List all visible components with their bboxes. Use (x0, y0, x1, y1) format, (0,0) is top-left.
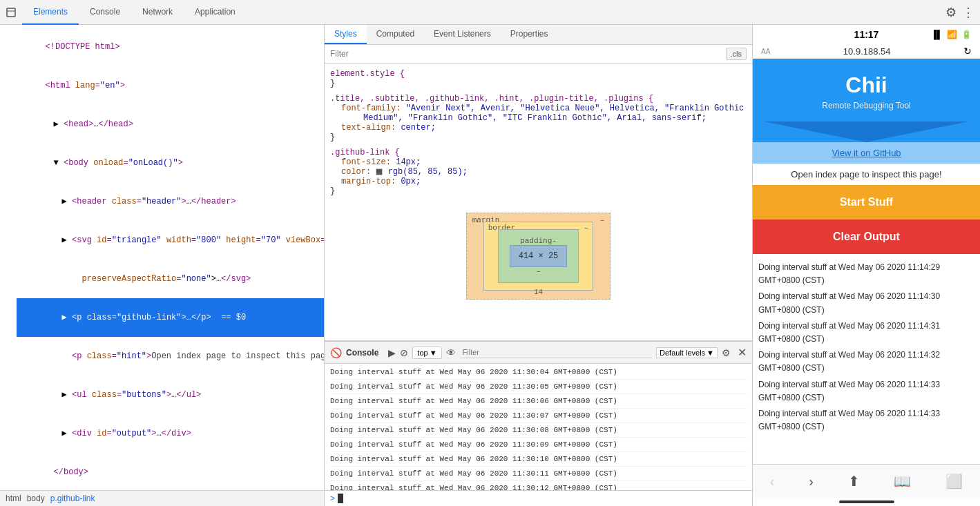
dom-line-div[interactable]: ▶ <div id="output">…</div> (17, 414, 324, 453)
css-prop-color: color: (341, 167, 376, 177)
dom-line-html[interactable]: <html lang="en"> (0, 66, 324, 105)
phone-status-bar: 11:17 ▐▌ 📶 🔋 (753, 25, 980, 44)
status-ip: 10.9.188.54 (843, 46, 891, 57)
margin-box: margin – border – padding- 414 × 25 (466, 213, 611, 300)
css-brace2: } (330, 133, 335, 142)
console-title: Console (346, 348, 378, 358)
dom-line-hint[interactable]: <p class="hint">Open index page to inspe… (17, 337, 324, 376)
dom-panel: <!DOCTYPE html> <html lang="en"> ▶ <head… (0, 25, 325, 506)
status-label-aa: AA (761, 48, 770, 55)
chii-triangle-svg (764, 121, 969, 142)
css-block-github: .github-link { font-size: 14px; color: r… (330, 148, 747, 196)
tab-console[interactable]: Console (79, 0, 131, 25)
breadcrumb-p[interactable]: p.github-link (50, 494, 95, 503)
console-line: Doing interval stuff at Wed May 06 2020 … (330, 394, 747, 409)
nav-forward-button[interactable]: › (800, 471, 822, 492)
styles-tabs: Styles Computed Event Listeners Properti… (325, 25, 752, 45)
console-input-line: > (325, 490, 752, 506)
reload-icon[interactable]: ↻ (963, 46, 972, 57)
svg-collapse: ▶ <svg id="triangle" width="800" height=… (62, 235, 324, 245)
margin-bottom-val: 14 (534, 288, 543, 296)
css-val-font: "Avenir Next", Avenir, "Helvetica Neue",… (406, 104, 744, 113)
tab-styles[interactable]: Styles (325, 25, 367, 44)
tab-properties[interactable]: Properties (501, 25, 558, 44)
dom-line-head[interactable]: ▶ <head>…</head> (8, 105, 324, 144)
phone-log-line: Doing interval stuff at Wed May 06 2020 … (758, 318, 974, 347)
cls-button[interactable]: .cls (726, 48, 747, 60)
dom-line-doctype[interactable]: <!DOCTYPE html> (0, 28, 324, 66)
breadcrumb-body[interactable]: body (27, 494, 45, 503)
nav-tabs-button[interactable]: ⬜ (937, 470, 971, 492)
tab-elements[interactable]: Elements (22, 0, 79, 25)
phone-log-line: Doing interval stuff at Wed May 06 2020 … (758, 377, 974, 406)
console-block-icon[interactable]: ⊘ (400, 347, 408, 358)
body-close: </body> (54, 467, 88, 477)
border-top-val: – (584, 224, 589, 232)
console-eye-icon[interactable]: 👁 (446, 347, 456, 358)
phone-log-line: Doing interval stuff at Wed May 06 2020 … (758, 347, 974, 376)
context-arrow: ▼ (430, 349, 437, 357)
nav-share-button[interactable]: ⬆ (840, 470, 868, 492)
dom-line-body[interactable]: ▼ <body onload="onLoad()"> (8, 144, 324, 182)
settings-icon[interactable]: ⚙ (945, 5, 957, 20)
styles-panel: Styles Computed Event Listeners Properti… (325, 25, 752, 340)
context-label: top (417, 349, 427, 357)
console-run-icon[interactable]: ▶ (388, 347, 396, 358)
more-icon[interactable]: ⋮ (962, 5, 974, 20)
margin-top-val: – (600, 216, 605, 224)
level-arrow: ▼ (707, 349, 714, 357)
chii-header: Chii Remote Debugging Tool (753, 59, 980, 142)
styles-content: element.style { } .title, .subtitle, .gi… (325, 64, 752, 340)
dom-line-github-link[interactable]: ▶ <p class="github-link">…</p> == $0 (17, 298, 324, 337)
css-block-title: .title, .subtitle, .github-link, .hint, … (330, 94, 747, 142)
dom-tree: <!DOCTYPE html> <html lang="en"> ▶ <head… (0, 25, 324, 490)
border-box: border – padding- 414 × 25 – (483, 222, 594, 291)
chii-logo: Chii (845, 72, 887, 98)
dom-line-svg-cont[interactable]: preserveAspectRatio="none">…</svg> (17, 260, 324, 298)
context-select[interactable]: top ▼ (412, 347, 441, 359)
github-link[interactable]: View it on GitHub (753, 142, 980, 164)
console-header: 🚫 Console ▶ ⊘ top ▼ 👁 Default levels ▼ ⚙… (325, 342, 752, 364)
clear-button[interactable]: Clear Output (753, 220, 980, 254)
console-errors-icon[interactable]: 🚫 (330, 347, 342, 358)
css-selector-github: .github-link { (330, 148, 400, 157)
content-box: 414 × 25 (510, 245, 568, 267)
tab-application[interactable]: Application (184, 0, 247, 25)
phone-nav: ‹ › ⬆ 📖 ⬜ (753, 464, 980, 498)
nav-bookmarks-button[interactable]: 📖 (885, 470, 919, 492)
dom-line-header[interactable]: ▶ <header class="header">…</header> (17, 182, 324, 221)
p-hint: <p class="hint">Open index page to inspe… (62, 351, 324, 361)
css-val-text-align: center; (401, 123, 435, 133)
header-collapse: ▶ <header class="header">…</header> (62, 197, 236, 206)
battery-icon: 🔋 (961, 30, 972, 39)
devtools-icon (0, 7, 22, 18)
dom-line-ul[interactable]: ▶ <ul class="buttons">…</ul> (17, 376, 324, 414)
console-prompt: > (330, 494, 335, 503)
dom-line-svg[interactable]: ▶ <svg id="triangle" width="800" height=… (17, 221, 324, 260)
phone-log: Doing interval stuff at Wed May 06 2020 … (753, 254, 980, 464)
css-prop-font-size: font-size: (341, 157, 391, 167)
console-gear-icon[interactable]: ⚙ (722, 347, 731, 358)
tab-event-listeners[interactable]: Event Listeners (424, 25, 501, 44)
box-model-container: margin – border – padding- 414 × 25 (330, 202, 747, 311)
css-brace: } (330, 79, 335, 88)
tab-computed[interactable]: Computed (367, 25, 424, 44)
console-line: Doing interval stuff at Wed May 06 2020 … (330, 452, 747, 467)
console-output: Doing interval stuff at Wed May 06 2020 … (325, 364, 752, 490)
body-expand: ▼ <body onload="onLoad()"> (54, 158, 183, 168)
breadcrumb-html[interactable]: html (6, 494, 21, 503)
console-filter-input[interactable] (460, 347, 653, 358)
tab-network[interactable]: Network (131, 0, 184, 25)
dom-line-body-close[interactable]: </body> (8, 453, 324, 490)
color-swatch (376, 168, 383, 175)
console-line: Doing interval stuff at Wed May 06 2020 … (330, 423, 747, 438)
phone-log-line: Doing interval stuff at Wed May 06 2020 … (758, 260, 974, 289)
level-select[interactable]: Default levels ▼ (656, 347, 718, 358)
nav-back-button[interactable]: ‹ (762, 471, 783, 492)
start-button[interactable]: Start Stuff (753, 185, 980, 220)
css-prop-margin-top: margin-top: (341, 177, 396, 186)
console-close-icon[interactable]: ✕ (738, 346, 747, 359)
content-size: 414 × 25 (519, 251, 559, 261)
doctype-tag: <!DOCTYPE html> (46, 42, 120, 52)
styles-filter-input[interactable] (330, 49, 726, 59)
